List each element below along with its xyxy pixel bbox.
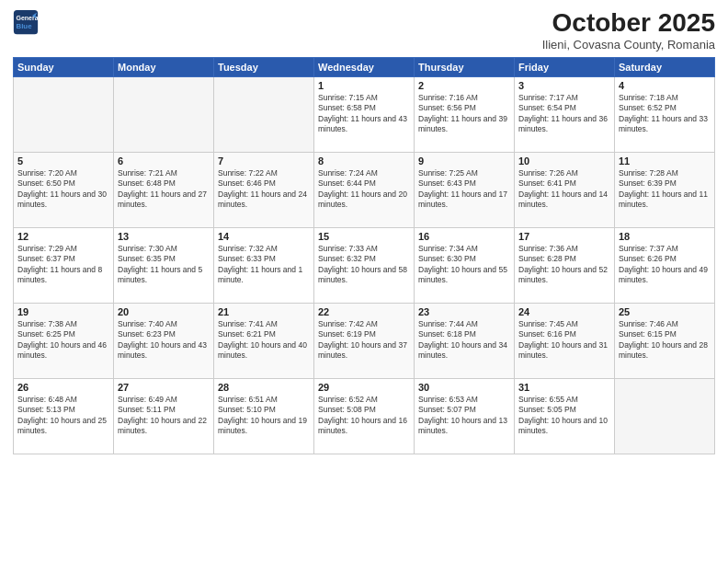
day-number: 1	[318, 80, 410, 91]
day-info: Sunrise: 6:55 AM Sunset: 5:05 PM Dayligh…	[518, 395, 610, 437]
calendar-subtitle: Ilieni, Covasna County, Romania	[542, 38, 715, 52]
day-cell: 18Sunrise: 7:37 AM Sunset: 6:26 PM Dayli…	[615, 227, 715, 303]
day-cell: 31Sunrise: 6:55 AM Sunset: 5:05 PM Dayli…	[515, 378, 615, 454]
day-info: Sunrise: 7:18 AM Sunset: 6:52 PM Dayligh…	[619, 93, 711, 135]
title-area: October 2025 Ilieni, Covasna County, Rom…	[542, 9, 715, 52]
day-number: 23	[418, 306, 510, 317]
day-cell: 19Sunrise: 7:38 AM Sunset: 6:25 PM Dayli…	[14, 303, 114, 378]
day-cell: 24Sunrise: 7:45 AM Sunset: 6:16 PM Dayli…	[515, 303, 615, 378]
day-number: 25	[619, 306, 711, 317]
day-info: Sunrise: 6:49 AM Sunset: 5:11 PM Dayligh…	[118, 395, 210, 437]
day-info: Sunrise: 7:26 AM Sunset: 6:41 PM Dayligh…	[518, 168, 610, 211]
day-info: Sunrise: 7:33 AM Sunset: 6:32 PM Dayligh…	[318, 244, 410, 286]
day-cell: 11Sunrise: 7:28 AM Sunset: 6:39 PM Dayli…	[615, 152, 715, 227]
day-number: 17	[518, 231, 610, 242]
header-sunday: Sunday	[14, 57, 114, 76]
day-info: Sunrise: 7:42 AM Sunset: 6:19 PM Dayligh…	[318, 319, 410, 362]
day-number: 4	[619, 80, 711, 91]
day-info: Sunrise: 7:41 AM Sunset: 6:21 PM Dayligh…	[218, 319, 310, 362]
day-cell: 2Sunrise: 7:16 AM Sunset: 6:56 PM Daylig…	[415, 76, 515, 152]
day-info: Sunrise: 7:16 AM Sunset: 6:56 PM Dayligh…	[418, 93, 510, 135]
day-number: 10	[518, 155, 610, 167]
day-info: Sunrise: 7:22 AM Sunset: 6:46 PM Dayligh…	[218, 168, 310, 211]
day-info: Sunrise: 7:30 AM Sunset: 6:35 PM Dayligh…	[118, 244, 210, 286]
day-number: 11	[619, 155, 711, 167]
day-number: 16	[418, 231, 510, 242]
day-cell: 4Sunrise: 7:18 AM Sunset: 6:52 PM Daylig…	[615, 76, 715, 152]
day-number: 21	[218, 306, 310, 317]
day-number: 2	[418, 80, 510, 91]
day-number: 27	[118, 382, 210, 393]
day-cell: 23Sunrise: 7:44 AM Sunset: 6:18 PM Dayli…	[415, 303, 515, 378]
day-cell: 7Sunrise: 7:22 AM Sunset: 6:46 PM Daylig…	[214, 152, 314, 227]
day-info: Sunrise: 7:38 AM Sunset: 6:25 PM Dayligh…	[17, 319, 109, 362]
day-info: Sunrise: 7:44 AM Sunset: 6:18 PM Dayligh…	[418, 319, 510, 362]
header-saturday: Saturday	[615, 57, 715, 76]
day-cell	[114, 76, 214, 152]
day-info: Sunrise: 7:17 AM Sunset: 6:54 PM Dayligh…	[518, 93, 610, 135]
day-number: 8	[318, 155, 410, 167]
day-number: 18	[619, 231, 711, 242]
day-info: Sunrise: 7:32 AM Sunset: 6:33 PM Dayligh…	[218, 244, 310, 286]
day-info: Sunrise: 7:21 AM Sunset: 6:48 PM Dayligh…	[118, 168, 210, 211]
week-row-1: 1Sunrise: 7:15 AM Sunset: 6:58 PM Daylig…	[14, 76, 715, 152]
day-number: 3	[518, 80, 610, 91]
day-number: 30	[418, 382, 510, 393]
day-info: Sunrise: 7:25 AM Sunset: 6:43 PM Dayligh…	[418, 168, 510, 211]
day-number: 6	[118, 155, 210, 167]
day-number: 12	[17, 231, 109, 242]
day-info: Sunrise: 7:45 AM Sunset: 6:16 PM Dayligh…	[518, 319, 610, 362]
day-number: 24	[518, 306, 610, 317]
day-cell: 8Sunrise: 7:24 AM Sunset: 6:44 PM Daylig…	[314, 152, 415, 227]
day-info: Sunrise: 6:48 AM Sunset: 5:13 PM Dayligh…	[17, 395, 109, 437]
day-info: Sunrise: 7:24 AM Sunset: 6:44 PM Dayligh…	[318, 168, 410, 211]
day-cell: 25Sunrise: 7:46 AM Sunset: 6:15 PM Dayli…	[615, 303, 715, 378]
weekday-header-row: Sunday Monday Tuesday Wednesday Thursday…	[14, 57, 715, 76]
day-number: 20	[118, 306, 210, 317]
calendar-table: Sunday Monday Tuesday Wednesday Thursday…	[13, 57, 715, 454]
day-cell: 22Sunrise: 7:42 AM Sunset: 6:19 PM Dayli…	[314, 303, 415, 378]
day-cell: 10Sunrise: 7:26 AM Sunset: 6:41 PM Dayli…	[515, 152, 615, 227]
day-cell: 27Sunrise: 6:49 AM Sunset: 5:11 PM Dayli…	[114, 378, 214, 454]
day-cell: 6Sunrise: 7:21 AM Sunset: 6:48 PM Daylig…	[114, 152, 214, 227]
logo-icon: General Blue	[13, 9, 39, 35]
day-cell: 5Sunrise: 7:20 AM Sunset: 6:50 PM Daylig…	[14, 152, 114, 227]
day-cell: 13Sunrise: 7:30 AM Sunset: 6:35 PM Dayli…	[114, 227, 214, 303]
day-info: Sunrise: 7:46 AM Sunset: 6:15 PM Dayligh…	[619, 319, 711, 362]
day-cell	[615, 378, 715, 454]
header-wednesday: Wednesday	[314, 57, 415, 76]
day-info: Sunrise: 7:28 AM Sunset: 6:39 PM Dayligh…	[619, 168, 711, 211]
week-row-3: 12Sunrise: 7:29 AM Sunset: 6:37 PM Dayli…	[14, 227, 715, 303]
day-info: Sunrise: 6:52 AM Sunset: 5:08 PM Dayligh…	[318, 395, 410, 437]
header-tuesday: Tuesday	[214, 57, 314, 76]
day-number: 13	[118, 231, 210, 242]
header: General Blue October 2025 Ilieni, Covasn…	[13, 9, 715, 52]
day-number: 19	[17, 306, 109, 317]
day-cell: 26Sunrise: 6:48 AM Sunset: 5:13 PM Dayli…	[14, 378, 114, 454]
day-info: Sunrise: 6:51 AM Sunset: 5:10 PM Dayligh…	[218, 395, 310, 437]
day-cell: 21Sunrise: 7:41 AM Sunset: 6:21 PM Dayli…	[214, 303, 314, 378]
day-info: Sunrise: 7:34 AM Sunset: 6:30 PM Dayligh…	[418, 244, 510, 286]
day-cell: 1Sunrise: 7:15 AM Sunset: 6:58 PM Daylig…	[314, 76, 415, 152]
day-cell: 17Sunrise: 7:36 AM Sunset: 6:28 PM Dayli…	[515, 227, 615, 303]
day-info: Sunrise: 7:29 AM Sunset: 6:37 PM Dayligh…	[17, 244, 109, 286]
day-number: 9	[418, 155, 510, 167]
day-number: 26	[17, 382, 109, 393]
day-cell: 30Sunrise: 6:53 AM Sunset: 5:07 PM Dayli…	[415, 378, 515, 454]
day-number: 28	[218, 382, 310, 393]
day-cell: 20Sunrise: 7:40 AM Sunset: 6:23 PM Dayli…	[114, 303, 214, 378]
day-number: 22	[318, 306, 410, 317]
day-cell	[14, 76, 114, 152]
day-number: 29	[318, 382, 410, 393]
day-info: Sunrise: 7:37 AM Sunset: 6:26 PM Dayligh…	[619, 244, 711, 286]
day-number: 15	[318, 231, 410, 242]
header-friday: Friday	[515, 57, 615, 76]
svg-text:Blue: Blue	[17, 22, 33, 30]
header-thursday: Thursday	[415, 57, 515, 76]
day-cell: 12Sunrise: 7:29 AM Sunset: 6:37 PM Dayli…	[14, 227, 114, 303]
calendar-page: General Blue October 2025 Ilieni, Covasn…	[0, 0, 728, 563]
day-info: Sunrise: 6:53 AM Sunset: 5:07 PM Dayligh…	[418, 395, 510, 437]
week-row-4: 19Sunrise: 7:38 AM Sunset: 6:25 PM Dayli…	[14, 303, 715, 378]
day-number: 31	[518, 382, 610, 393]
day-cell: 29Sunrise: 6:52 AM Sunset: 5:08 PM Dayli…	[314, 378, 415, 454]
